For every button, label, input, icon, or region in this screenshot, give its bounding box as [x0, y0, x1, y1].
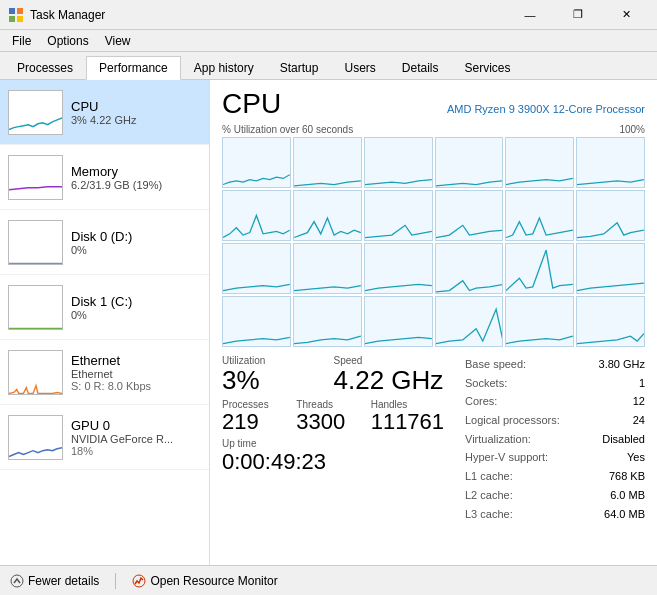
core-cell-12 — [576, 190, 645, 241]
hyperv-row: Hyper-V support: Yes — [465, 448, 645, 467]
threads-stat: Threads 3300 — [296, 399, 370, 434]
cpu-detail: 3% 4.22 GHz — [71, 114, 201, 126]
svg-rect-2 — [9, 16, 15, 22]
virt-row: Virtualization: Disabled — [465, 430, 645, 449]
uptime-value: 0:00:49:23 — [222, 449, 445, 475]
utilization-stat: Utilization 3% — [222, 355, 334, 395]
menu-view[interactable]: View — [97, 32, 139, 50]
processes-stat: Processes 219 — [222, 399, 296, 434]
cpu-mini-chart — [8, 90, 63, 135]
cores-row: Cores: 12 — [465, 392, 645, 411]
chevron-up-icon — [10, 574, 24, 588]
cpu-stats-section: Utilization 3% Speed 4.22 GHz Processes … — [222, 355, 645, 523]
hyperv-val: Yes — [627, 448, 645, 467]
sockets-val: 1 — [639, 374, 645, 393]
base-speed-key: Base speed: — [465, 355, 526, 374]
menu-file[interactable]: File — [4, 32, 39, 50]
tab-processes[interactable]: Processes — [4, 55, 86, 79]
window-controls: — ❐ ✕ — [507, 0, 649, 30]
base-speed-row: Base speed: 3.80 GHz — [465, 355, 645, 374]
disk0-mini-chart — [8, 220, 63, 265]
core-cell-13 — [222, 243, 291, 294]
core-cell-15 — [364, 243, 433, 294]
memory-name: Memory — [71, 164, 201, 179]
speed-value: 4.22 GHz — [334, 366, 446, 395]
tab-app-history[interactable]: App history — [181, 55, 267, 79]
processes-label: Processes — [222, 399, 296, 410]
open-rm-label: Open Resource Monitor — [150, 574, 277, 588]
core-cell-14 — [293, 243, 362, 294]
bottombar: Fewer details Open Resource Monitor — [0, 565, 657, 595]
l3-key: L3 cache: — [465, 505, 513, 524]
core-cell-20 — [293, 296, 362, 347]
ethernet-detail: Ethernet — [71, 368, 201, 380]
core-cell-11 — [505, 190, 574, 241]
bottom-separator — [115, 573, 116, 589]
tab-performance[interactable]: Performance — [86, 56, 181, 80]
svg-rect-1 — [17, 8, 23, 14]
tab-services[interactable]: Services — [452, 55, 524, 79]
svg-point-4 — [11, 575, 23, 587]
core-cell-5 — [505, 137, 574, 188]
tab-startup[interactable]: Startup — [267, 55, 332, 79]
sidebar-item-disk1[interactable]: Disk 1 (C:) 0% — [0, 275, 209, 340]
open-resource-monitor-button[interactable]: Open Resource Monitor — [132, 574, 277, 588]
cpu-info: CPU 3% 4.22 GHz — [71, 99, 201, 126]
handles-value: 111761 — [371, 410, 445, 434]
menubar: File Options View — [0, 30, 657, 52]
memory-info: Memory 6.2/31.9 GB (19%) — [71, 164, 201, 191]
sidebar-item-memory[interactable]: Memory 6.2/31.9 GB (19%) — [0, 145, 209, 210]
sidebar-item-cpu[interactable]: CPU 3% 4.22 GHz — [0, 80, 209, 145]
l1-key: L1 cache: — [465, 467, 513, 486]
cpu-title: CPU — [222, 88, 281, 120]
ethernet-mini-chart — [8, 350, 63, 395]
sidebar-item-disk0[interactable]: Disk 0 (D:) 0% — [0, 210, 209, 275]
cpu-header: CPU AMD Ryzen 9 3900X 12-Core Processor — [222, 88, 645, 120]
threads-label: Threads — [296, 399, 370, 410]
l3-row: L3 cache: 64.0 MB — [465, 505, 645, 524]
close-button[interactable]: ✕ — [603, 0, 649, 30]
base-speed-val: 3.80 GHz — [599, 355, 645, 374]
gpu0-util: 18% — [71, 445, 201, 457]
core-cell-24 — [576, 296, 645, 347]
menu-options[interactable]: Options — [39, 32, 96, 50]
util-label-text: % Utilization over 60 seconds — [222, 124, 353, 135]
window-title: Task Manager — [30, 8, 507, 22]
gpu0-mini-chart — [8, 415, 63, 460]
virt-key: Virtualization: — [465, 430, 531, 449]
util-speed-row: Utilization 3% Speed 4.22 GHz — [222, 355, 445, 395]
cpu-detail-panel: CPU AMD Ryzen 9 3900X 12-Core Processor … — [210, 80, 657, 565]
tab-details[interactable]: Details — [389, 55, 452, 79]
main-content: CPU 3% 4.22 GHz Memory 6.2/31.9 GB (19%) — [0, 80, 657, 565]
disk1-name: Disk 1 (C:) — [71, 294, 201, 309]
uptime-label: Up time — [222, 438, 445, 449]
logical-key: Logical processors: — [465, 411, 560, 430]
cpu-model: AMD Ryzen 9 3900X 12-Core Processor — [447, 103, 645, 115]
sidebar-item-ethernet[interactable]: Ethernet Ethernet S: 0 R: 8.0 Kbps — [0, 340, 209, 405]
disk0-info: Disk 0 (D:) 0% — [71, 229, 201, 256]
l1-row: L1 cache: 768 KB — [465, 467, 645, 486]
utilization-value: 3% — [222, 366, 334, 395]
core-cell-1 — [222, 137, 291, 188]
core-cell-3 — [364, 137, 433, 188]
disk0-name: Disk 0 (D:) — [71, 229, 201, 244]
ethernet-info: Ethernet Ethernet S: 0 R: 8.0 Kbps — [71, 353, 201, 392]
minimize-button[interactable]: — — [507, 0, 553, 30]
uptime-block: Up time 0:00:49:23 — [222, 438, 445, 475]
tab-users[interactable]: Users — [331, 55, 388, 79]
ethernet-speed: S: 0 R: 8.0 Kbps — [71, 380, 201, 392]
sidebar: CPU 3% 4.22 GHz Memory 6.2/31.9 GB (19%) — [0, 80, 210, 565]
sidebar-item-gpu0[interactable]: GPU 0 NVIDIA GeForce R... 18% — [0, 405, 209, 470]
svg-rect-0 — [9, 8, 15, 14]
cpu-core-grid — [222, 137, 645, 347]
core-cell-6 — [576, 137, 645, 188]
cpu-info-panel: Base speed: 3.80 GHz Sockets: 1 Cores: 1… — [465, 355, 645, 523]
gpu0-name: GPU 0 — [71, 418, 201, 433]
maximize-button[interactable]: ❐ — [555, 0, 601, 30]
util-max: 100% — [619, 124, 645, 135]
app-icon — [8, 7, 24, 23]
fewer-details-button[interactable]: Fewer details — [10, 574, 99, 588]
core-cell-8 — [293, 190, 362, 241]
virt-val: Disabled — [602, 430, 645, 449]
disk1-mini-chart — [8, 285, 63, 330]
